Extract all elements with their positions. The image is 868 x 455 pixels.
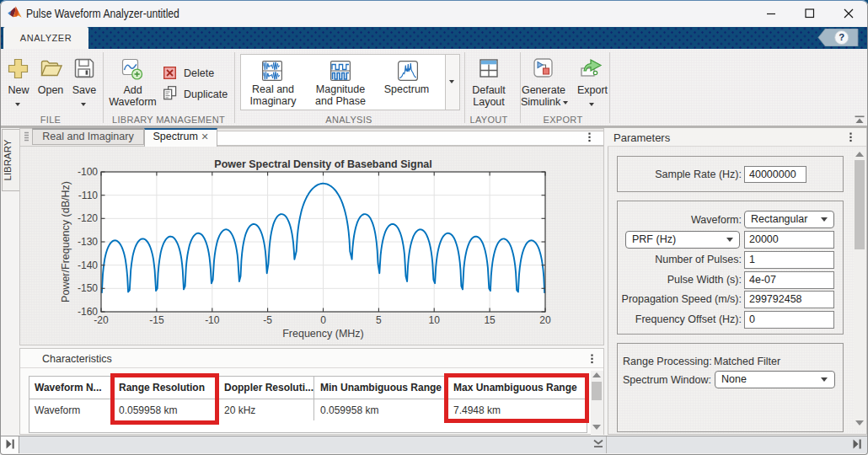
svg-text:-100: -100 xyxy=(78,166,98,178)
svg-text:10: 10 xyxy=(429,314,441,326)
svg-text:5: 5 xyxy=(376,314,382,326)
svg-text:-130: -130 xyxy=(78,236,98,248)
svg-text:Power/Frequency (dB/Hz): Power/Frequency (dB/Hz) xyxy=(60,181,72,302)
svg-text:?: ? xyxy=(839,32,844,42)
svg-text:-120: -120 xyxy=(78,212,98,224)
svg-text:Power Spectral Density of Base: Power Spectral Density of Baseband Signa… xyxy=(214,158,431,170)
svg-text:0: 0 xyxy=(320,314,326,326)
svg-text:-150: -150 xyxy=(78,282,98,294)
svg-text:20: 20 xyxy=(539,314,551,326)
svg-text:Frequency (MHz): Frequency (MHz) xyxy=(282,328,364,340)
svg-text:-140: -140 xyxy=(78,260,98,271)
svg-text:-110: -110 xyxy=(78,190,98,201)
svg-text:-160: -160 xyxy=(78,306,98,318)
svg-text:15: 15 xyxy=(484,314,496,326)
svg-text:-10: -10 xyxy=(205,314,220,326)
svg-text:-15: -15 xyxy=(149,314,164,326)
svg-text:-5: -5 xyxy=(263,314,272,326)
